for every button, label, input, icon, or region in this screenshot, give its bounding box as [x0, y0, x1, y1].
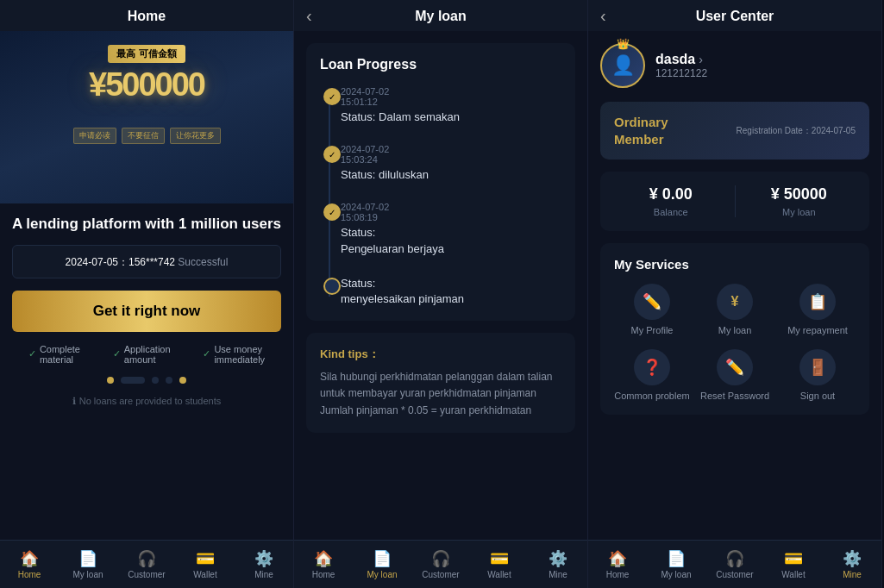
nav-mine-3[interactable]: ⚙️ Mine	[823, 541, 881, 588]
carousel-dots	[12, 377, 281, 384]
nav-mine-2[interactable]: ⚙️ Mine	[529, 541, 587, 588]
nav-home-2[interactable]: 🏠 Home	[294, 541, 353, 588]
nav-myloan-label-3: My loan	[661, 570, 691, 579]
nav-customer-2[interactable]: 🎧 Customer	[411, 541, 470, 588]
usercenter-title: User Center	[696, 9, 774, 23]
myloan-icon-3: 📄	[667, 549, 686, 568]
balance-item: ¥ 0.00 Balance	[614, 185, 728, 217]
timeline-dot-2: ✓	[323, 146, 341, 163]
user-id: 121212122	[655, 67, 707, 79]
user-profile-row: 👑 👤 dasda › 121212122	[600, 43, 869, 88]
timeline-item-4: Status:menyelesaikan pinjaman	[341, 276, 561, 307]
home-icon: 🏠	[20, 549, 39, 568]
user-info: dasda › 121212122	[655, 52, 707, 79]
myloan-balance-item: ¥ 50000 My loan	[743, 185, 856, 217]
user-bottom-nav: 🏠 Home 📄 My loan 🎧 Customer 💳 Wallet ⚙️ …	[588, 540, 881, 588]
loan-timeline: ✓ 2024-07-0215:01:12 Status: Dalam semak…	[320, 86, 561, 307]
myprofile-label: My Profile	[631, 325, 674, 335]
nav-mine-label-1: Mine	[254, 570, 273, 579]
tips-header: Kind tips：	[320, 347, 561, 362]
banner-currency: ¥	[89, 66, 105, 103]
feature-2-label: Applicationamount	[124, 344, 171, 365]
nav-customer-1[interactable]: 🎧 Customer	[117, 541, 176, 588]
back-button-user[interactable]: ‹	[600, 6, 606, 26]
timeline-date-3: 2024-07-0215:08:19	[341, 202, 561, 222]
crown-icon: 👑	[617, 38, 630, 50]
home-icon-3: 🏠	[608, 549, 627, 568]
home-main-section: A lending platform with 1 million users …	[0, 203, 293, 417]
home-title: Home	[128, 9, 166, 23]
nav-myloan-label-1: My loan	[72, 570, 103, 579]
home-features: ✓ Completematerial ✓ Applicationamount ✓…	[12, 344, 281, 365]
user-scroll-content: 👑 👤 dasda › 121212122 OrdinaryMember Reg…	[588, 31, 881, 540]
myloan-icon-2: 📄	[373, 549, 392, 568]
nav-mine-label-3: Mine	[843, 570, 862, 579]
wallet-icon-2: 💳	[490, 549, 509, 568]
dot-1	[107, 377, 114, 384]
myloan-amount: ¥ 50000	[743, 185, 856, 203]
nav-customer-label-2: Customer	[422, 570, 459, 579]
dot-3	[152, 377, 159, 384]
nav-myloan-2[interactable]: 📄 My loan	[353, 541, 411, 588]
banner-subtag-1: 申请必读	[73, 128, 116, 144]
usercenter-panel: ‹ User Center 👑 👤 dasda › 121212122 Ordi…	[588, 0, 882, 588]
service-reset-password[interactable]: ✏️ Reset Password	[697, 349, 773, 401]
nav-wallet-1[interactable]: 💳 Wallet	[176, 541, 235, 588]
back-button-loan[interactable]: ‹	[306, 6, 312, 26]
timeline-status-3: Status:Pengeluaran berjaya	[341, 225, 561, 256]
service-myprofile[interactable]: ✏️ My Profile	[614, 284, 690, 335]
home-icon-2: 🏠	[314, 549, 333, 568]
tips-text: Sila hubungi perkhidmatan pelanggan dala…	[320, 369, 561, 419]
service-myloan-icon: ¥	[717, 284, 753, 320]
timeline-date-1: 2024-07-0215:01:12	[341, 86, 561, 107]
reset-password-icon: ✏️	[717, 349, 753, 385]
user-name-row: dasda ›	[655, 52, 707, 67]
user-arrow-icon[interactable]: ›	[699, 53, 703, 66]
customer-icon-2: 🎧	[431, 549, 450, 568]
service-myloan-label: My loan	[718, 325, 752, 335]
warning-text: ℹ No loans are provided to students	[12, 396, 281, 407]
loan-progress-card: Loan Progress ✓ 2024-07-0215:01:12 Statu…	[306, 43, 575, 321]
myloan-icon-1: 📄	[78, 549, 97, 568]
ticker-box: 2024-07-05：156***742 Successful	[12, 245, 281, 278]
myprofile-icon: ✏️	[634, 284, 670, 320]
nav-myloan-3[interactable]: 📄 My loan	[647, 541, 705, 588]
customer-icon-3: 🎧	[725, 549, 744, 568]
timeline-item-2: ✓ 2024-07-0215:03:24 Status: diluluskan	[341, 144, 561, 183]
nav-wallet-3[interactable]: 💳 Wallet	[764, 541, 823, 588]
nav-wallet-label-3: Wallet	[781, 570, 805, 579]
nav-myloan-1[interactable]: 📄 My loan	[59, 541, 117, 588]
timeline-status-4: Status:menyelesaikan pinjaman	[341, 276, 561, 307]
service-signout[interactable]: 🚪 Sign out	[780, 349, 856, 401]
home-topbar: Home	[0, 0, 293, 31]
customer-icon-1: 🎧	[137, 549, 156, 568]
service-repayment[interactable]: 📋 My repayment	[780, 284, 856, 335]
warning-label: No loans are provided to students	[79, 396, 222, 406]
nav-home-3[interactable]: 🏠 Home	[588, 541, 647, 588]
feature-1: ✓ Completematerial	[28, 344, 80, 365]
nav-home[interactable]: 🏠 Home	[0, 541, 59, 588]
nav-mine-1[interactable]: ⚙️ Mine	[235, 541, 293, 588]
banner-amount: ¥500000	[89, 68, 204, 119]
feature-1-label: Completematerial	[40, 344, 80, 365]
timeline-status-2: Status: diluluskan	[341, 167, 561, 183]
service-myloan[interactable]: ¥ My loan	[697, 284, 773, 335]
timeline-dot-1: ✓	[323, 88, 341, 105]
nav-wallet-2[interactable]: 💳 Wallet	[470, 541, 529, 588]
banner-subtag-3: 让你花更多	[170, 128, 221, 144]
member-card: OrdinaryMember Registration Date：2024-07…	[600, 102, 869, 160]
member-reg: Registration Date：2024-07-05	[737, 125, 856, 137]
myloan-title: My loan	[415, 9, 467, 23]
progress-card-title: Loan Progress	[320, 57, 561, 72]
nav-customer-3[interactable]: 🎧 Customer	[705, 541, 764, 588]
balance-amount: ¥ 0.00	[614, 185, 728, 203]
cta-button[interactable]: Get it right now	[12, 291, 281, 332]
tips-card: Kind tips： Sila hubungi perkhidmatan pel…	[306, 333, 575, 433]
home-scroll-content: 最高 可借金額 ¥500000 申请必读 不要征信 让你花更多 A lendin…	[0, 31, 293, 540]
timeline-item-1: ✓ 2024-07-0215:01:12 Status: Dalam semak…	[341, 86, 561, 125]
services-title: My Services	[614, 257, 856, 272]
service-common-problem[interactable]: ❓ Common problem	[614, 349, 690, 401]
balance-divider	[735, 185, 736, 217]
feature-3-check: ✓	[203, 348, 210, 360]
ticker-text: 2024-07-05：156***742 Successful	[66, 256, 229, 268]
